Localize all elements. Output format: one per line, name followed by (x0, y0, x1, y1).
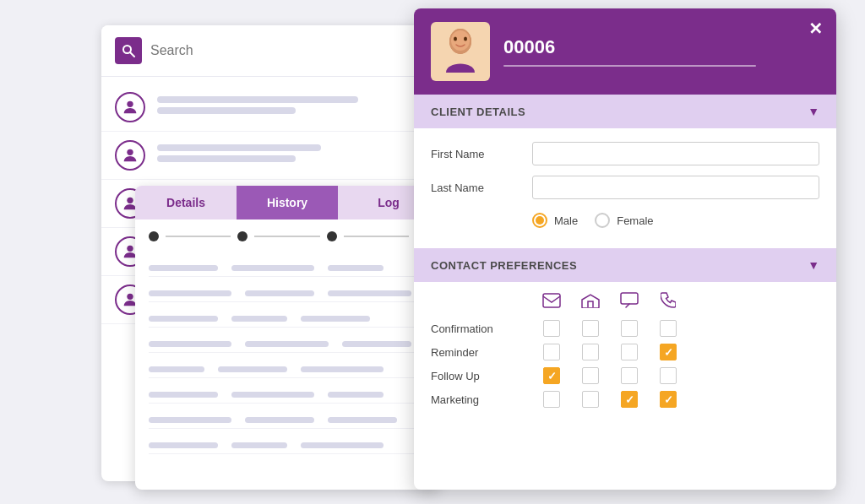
checkbox[interactable] (543, 391, 560, 408)
preference-row: Confirmation (431, 320, 819, 337)
svg-line-1 (130, 52, 134, 57)
chevron-down-icon[interactable]: ▼ (808, 258, 819, 272)
tab-history[interactable]: History (237, 186, 338, 219)
progress-line (344, 236, 409, 237)
preferences-rows: ConfirmationReminder✓Follow Up✓Marketing… (431, 320, 819, 408)
svg-point-4 (127, 198, 133, 203)
table-row[interactable] (149, 412, 426, 429)
first-name-row: First Name (431, 142, 819, 165)
email-icon (532, 293, 571, 312)
search-bar (101, 25, 422, 77)
contact-preferences-title: CONTACT PREFERENCES (431, 259, 577, 272)
table-row[interactable] (149, 437, 426, 454)
table-row[interactable] (149, 387, 426, 404)
preferences-table: ConfirmationReminder✓Follow Up✓Marketing… (414, 282, 836, 425)
progress-step (149, 231, 159, 241)
client-details-header: CLIENT DETAILS ▼ (414, 95, 836, 128)
checkbox[interactable] (543, 344, 560, 360)
preference-row-label: Reminder (431, 346, 532, 359)
table-row[interactable] (149, 361, 426, 378)
preference-checkbox-cell: ✓ (532, 367, 571, 384)
preference-row-label: Confirmation (431, 322, 532, 335)
checkbox[interactable]: ✓ (660, 344, 677, 360)
tab-content (135, 253, 439, 469)
tab-details[interactable]: Details (135, 186, 237, 219)
male-radio-circle[interactable] (532, 213, 547, 228)
svg-point-6 (127, 294, 133, 300)
tabs-panel: Details History Log (135, 186, 439, 490)
svg-point-5 (127, 246, 133, 252)
list-item-content (157, 144, 409, 166)
check-mark-icon: ✓ (664, 347, 673, 358)
female-radio-circle[interactable] (595, 213, 610, 228)
svg-rect-14 (621, 293, 638, 304)
checkbox[interactable] (582, 367, 599, 384)
avatar (115, 92, 145, 122)
progress-line (166, 236, 231, 237)
client-avatar (431, 22, 490, 81)
checkbox[interactable] (582, 391, 599, 408)
preference-row: Marketing✓✓ (431, 391, 819, 408)
chevron-down-icon[interactable]: ▼ (808, 105, 819, 118)
svg-point-3 (127, 149, 133, 155)
preference-checkbox-cell (532, 344, 571, 360)
detail-header: 00006 ✕ (414, 8, 836, 95)
phone-icon (649, 292, 688, 313)
checkbox[interactable] (621, 344, 638, 360)
client-details-title: CLIENT DETAILS (431, 106, 525, 118)
preference-checkbox-cell (571, 344, 610, 360)
table-row[interactable] (149, 260, 426, 277)
client-id: 00006 (503, 36, 819, 58)
name-line (157, 96, 358, 103)
client-fields: First Name Last Name Male Female (414, 128, 836, 248)
checkbox[interactable]: ✓ (621, 391, 638, 408)
checkbox[interactable]: ✓ (660, 391, 677, 408)
header-info: 00006 (503, 36, 819, 67)
checkbox[interactable] (660, 367, 677, 384)
tabs-header: Details History Log (135, 186, 439, 219)
chat-icon (610, 292, 649, 313)
preference-checkbox-cell (532, 391, 571, 408)
preference-checkbox-cell: ✓ (649, 391, 688, 408)
preference-checkbox-cell (610, 320, 649, 337)
gender-female-option[interactable]: Female (595, 213, 653, 228)
svg-rect-13 (543, 294, 560, 307)
checkbox[interactable]: ✓ (543, 367, 560, 384)
checkbox[interactable] (621, 367, 638, 384)
preference-checkbox-cell (649, 367, 688, 384)
svg-point-2 (127, 101, 133, 107)
checkbox[interactable] (543, 320, 560, 337)
preference-row: Reminder✓ (431, 344, 819, 360)
preference-checkbox-cell (571, 320, 610, 337)
close-button[interactable]: ✕ (808, 20, 823, 37)
checkbox[interactable] (660, 320, 677, 337)
table-row[interactable] (149, 336, 426, 353)
last-name-input[interactable] (532, 176, 819, 199)
name-line (157, 144, 321, 151)
preference-checkbox-cell (649, 320, 688, 337)
list-item[interactable] (101, 84, 422, 132)
gender-male-option[interactable]: Male (532, 213, 578, 228)
preference-checkbox-cell: ✓ (649, 344, 688, 360)
first-name-input[interactable] (532, 142, 819, 165)
search-icon[interactable] (115, 37, 142, 64)
detail-line (157, 155, 296, 162)
checkbox[interactable] (621, 320, 638, 337)
preference-row-label: Follow Up (431, 370, 532, 382)
checkbox[interactable] (582, 344, 599, 360)
table-row[interactable] (149, 285, 426, 302)
table-row[interactable] (149, 311, 426, 328)
contact-preferences-header: CONTACT PREFERENCES ▼ (414, 248, 836, 282)
first-name-label: First Name (431, 148, 532, 160)
search-input[interactable] (150, 43, 409, 58)
check-mark-icon: ✓ (547, 371, 557, 382)
list-item-content (157, 96, 409, 118)
progress-bar (135, 219, 439, 253)
list-item[interactable] (101, 132, 422, 180)
svg-point-11 (454, 37, 457, 41)
avatar (115, 140, 145, 171)
preference-checkbox-cell (532, 320, 571, 337)
checkbox[interactable] (582, 320, 599, 337)
male-radio-dot (536, 216, 544, 225)
preferences-header-row (431, 292, 819, 313)
